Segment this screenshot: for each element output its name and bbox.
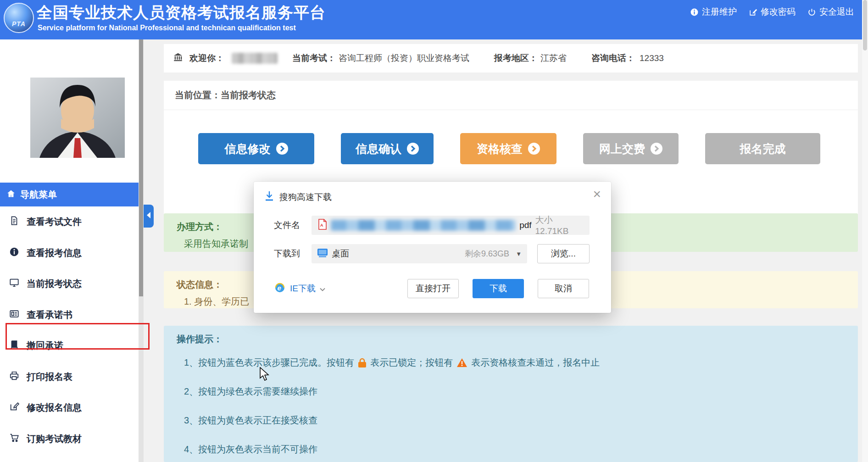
destination-field[interactable]: 桌面 剩余9.63GB ▼ xyxy=(312,244,527,263)
step-label: 信息确认 xyxy=(356,141,401,156)
info-circle-icon xyxy=(690,8,699,17)
space-remaining: 剩余9.63GB xyxy=(465,248,509,259)
svg-text:e: e xyxy=(278,284,281,291)
steps-row: 信息修改 信息确认 资格核查 网上交费 报名完成 xyxy=(198,133,858,164)
sidebar-scrollbar-thumb[interactable] xyxy=(139,39,143,296)
dialog-title: 搜狗高速下载 xyxy=(279,191,332,203)
sidebar-item-order-materials[interactable]: 订购考试教材 xyxy=(0,423,139,455)
pdf-file-icon: A xyxy=(318,219,327,232)
browse-button[interactable]: 浏览... xyxy=(537,244,590,263)
chevron-left-icon xyxy=(146,212,151,220)
sidebar-item-label: 查看报考信息 xyxy=(27,247,82,259)
step-info-modify-button[interactable]: 信息修改 xyxy=(198,133,314,164)
logout-link[interactable]: 安全退出 xyxy=(807,6,854,18)
file-size: 大小12.71KB xyxy=(535,214,583,236)
sidebar-item-current-status[interactable]: 当前报考状态 xyxy=(0,268,139,300)
sidebar-item-exam-files[interactable]: 查看考试文件 xyxy=(0,206,139,238)
institution-icon xyxy=(173,52,183,65)
arrow-right-icon xyxy=(651,143,662,155)
sogou-download-dialog: 搜狗高速下载 × 文件名 A pdf 大小12.71KB 下载到 桌面 剩余9.… xyxy=(254,182,611,313)
app-header: PTA 全国专业技术人员资格考试报名服务平台 Service platform … xyxy=(0,0,868,39)
ie-icon: e xyxy=(274,282,286,296)
home-icon xyxy=(6,189,16,200)
document-icon xyxy=(9,216,19,228)
sidebar-item-label: 查看承诺书 xyxy=(27,309,72,321)
sidebar-item-label: 打印报名表 xyxy=(27,371,72,383)
page: PTA 全国专业技术人员资格考试报名服务平台 Service platform … xyxy=(0,0,868,462)
dialog-buttons: 直接打开 下载 取消 xyxy=(407,279,589,298)
region-value: 江苏省 xyxy=(540,52,567,64)
tips-line-4: 4、按钮为灰色表示当前不可操作 xyxy=(184,443,858,456)
ie-download-button[interactable]: e IE下载 xyxy=(274,282,325,296)
register-maintenance-link[interactable]: 注册维护 xyxy=(690,6,737,18)
close-icon[interactable]: × xyxy=(593,187,601,201)
desktop-folder-icon xyxy=(317,248,328,260)
step-online-payment-button[interactable]: 网上交费 xyxy=(583,133,679,164)
breadcrumb: 当前位置：当前报考状态 xyxy=(164,81,858,110)
applicant-photo xyxy=(30,78,125,158)
sidebar-item-application-info[interactable]: 查看报考信息 xyxy=(0,238,139,269)
sidebar-item-print-form[interactable]: 打印报名表 xyxy=(0,362,139,393)
certificate-icon xyxy=(9,309,19,321)
svg-text:A: A xyxy=(320,223,323,228)
sidebar-item-label: 查看考试文件 xyxy=(27,216,82,228)
filename-field[interactable]: A pdf 大小12.71KB xyxy=(312,216,590,235)
nav-menu-label: 导航菜单 xyxy=(20,189,57,201)
power-icon xyxy=(807,8,816,17)
open-directly-button[interactable]: 直接打开 xyxy=(407,279,459,298)
app-title: 全国专业技术人员资格考试报名服务平台 xyxy=(37,2,326,23)
chevron-down-small-icon[interactable] xyxy=(320,284,325,294)
sidebar-item-withdraw-commitment[interactable]: 撤回承诺 xyxy=(0,330,139,362)
current-exam-label: 当前考试： xyxy=(292,52,336,64)
redacted-filename xyxy=(331,220,516,231)
phone-label: 咨询电话： xyxy=(591,52,635,64)
sidebar-item-label: 修改报名信息 xyxy=(27,401,82,414)
cart-icon xyxy=(9,433,19,445)
tips-title: 操作提示： xyxy=(177,333,858,345)
tips-line-3: 3、按钮为黄色表示正在接受核查 xyxy=(184,414,858,427)
step-info-confirm-button[interactable]: 信息确认 xyxy=(341,133,434,164)
book-icon xyxy=(9,340,19,352)
tips-line-2: 2、按钮为绿色表示需要继续操作 xyxy=(184,385,858,398)
sidebar-scrollbar[interactable] xyxy=(139,39,144,462)
sidebar-item-view-commitment[interactable]: 查看承诺书 xyxy=(0,300,139,331)
app-subtitle: Service platform for National Profession… xyxy=(38,24,296,32)
monitor-icon xyxy=(9,278,19,290)
destination-row: 下载到 桌面 剩余9.63GB ▼ 浏览... xyxy=(274,244,590,263)
sidebar-item-label: 当前报考状态 xyxy=(27,278,82,290)
chevron-down-icon[interactable]: ▼ xyxy=(516,250,522,257)
pta-logo: PTA xyxy=(4,3,34,33)
nav-menu-header: 导航菜单 xyxy=(0,183,139,206)
arrow-right-icon xyxy=(407,143,419,155)
region-label: 报考地区： xyxy=(494,52,538,64)
step-registration-complete-button[interactable]: 报名完成 xyxy=(705,133,820,164)
warning-icon xyxy=(456,358,467,367)
step-label: 资格核查 xyxy=(477,141,523,156)
tips-note: 操作提示： 1、按钮为蓝色表示该步骤已完成。按钮有 表示已锁定；按钮有 表示资格… xyxy=(164,326,858,462)
sidebar-item-edit-application[interactable]: 修改报名信息 xyxy=(0,392,139,423)
browser-scrollbar[interactable] xyxy=(862,0,868,462)
scrollbar-thumb[interactable] xyxy=(863,0,867,50)
phone-value: 12333 xyxy=(640,53,664,63)
step-label: 网上交费 xyxy=(599,141,645,156)
sidebar-collapse-tab[interactable] xyxy=(144,205,154,228)
nav-list: 查看考试文件 查看报考信息 当前报考状态 查看承诺书 xyxy=(0,206,139,454)
welcome-bar: 欢迎你： 当前考试： 咨询工程师（投资）职业资格考试 报考地区： 江苏省 咨询电… xyxy=(164,44,858,72)
destination-folder: 桌面 xyxy=(332,248,349,260)
tips-line-1: 1、按钮为蓝色表示该步骤已完成。按钮有 表示已锁定；按钮有 表示资格核查未通过，… xyxy=(184,356,858,369)
downloadto-label: 下载到 xyxy=(274,248,312,260)
sidebar-item-label: 撤回承诺 xyxy=(27,340,63,352)
pta-logo-text: PTA xyxy=(12,20,26,28)
filename-extension: pdf xyxy=(519,220,531,230)
step-qualification-check-button[interactable]: 资格核查 xyxy=(460,133,556,164)
filename-label: 文件名 xyxy=(274,219,312,231)
download-button[interactable]: 下载 xyxy=(473,279,524,298)
change-password-label: 修改密码 xyxy=(761,6,796,18)
arrow-right-icon xyxy=(528,143,540,155)
printer-icon xyxy=(9,371,19,383)
change-password-link[interactable]: 修改密码 xyxy=(749,6,796,18)
current-exam-value: 咨询工程师（投资）职业资格考试 xyxy=(339,52,469,64)
dialog-bottom-row: e IE下载 直接打开 下载 取消 xyxy=(274,279,589,298)
cancel-button[interactable]: 取消 xyxy=(538,279,589,298)
filename-row: 文件名 A pdf 大小12.71KB xyxy=(274,216,590,235)
